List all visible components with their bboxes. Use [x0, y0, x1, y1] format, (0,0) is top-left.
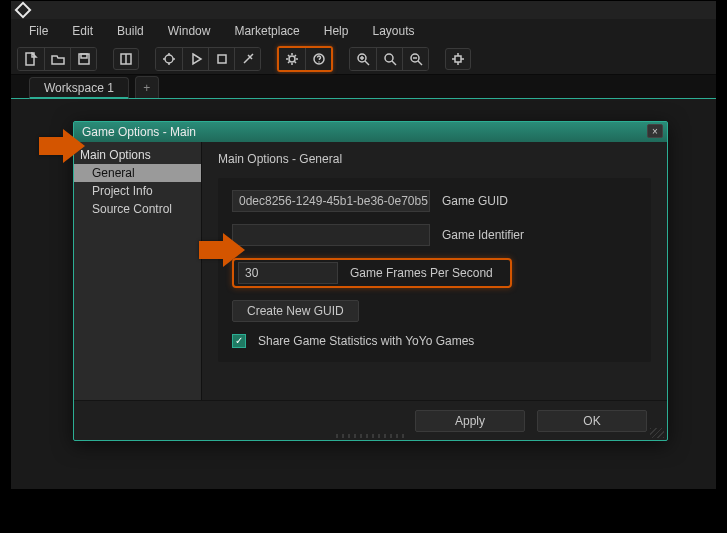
- app-window: File Edit Build Window Marketplace Help …: [10, 0, 717, 490]
- debug-icon[interactable]: [156, 48, 182, 70]
- new-file-icon[interactable]: [18, 48, 44, 70]
- svg-point-5: [165, 55, 173, 63]
- tree-root-main-options[interactable]: Main Options: [74, 146, 201, 164]
- menu-layouts[interactable]: Layouts: [360, 20, 426, 42]
- menu-window[interactable]: Window: [156, 20, 223, 42]
- toolbar: [11, 43, 716, 75]
- menu-edit[interactable]: Edit: [60, 20, 105, 42]
- game-guid-input[interactable]: 0dec8256-1249-45b1-be36-0e70b5: [232, 190, 430, 212]
- game-identifier-label: Game Identifier: [442, 228, 524, 242]
- package-icon[interactable]: [113, 48, 139, 70]
- ok-button[interactable]: OK: [537, 410, 647, 432]
- svg-line-15: [365, 61, 369, 65]
- menu-marketplace[interactable]: Marketplace: [222, 20, 311, 42]
- pane-heading: Main Options - General: [218, 152, 651, 166]
- general-fields: 0dec8256-1249-45b1-be36-0e70b5 Game GUID…: [218, 178, 651, 362]
- tab-workspace-1[interactable]: Workspace 1: [29, 77, 129, 99]
- fps-row-highlight: 30 Game Frames Per Second: [232, 258, 512, 288]
- tree-item-general[interactable]: General: [74, 164, 201, 182]
- game-guid-label: Game GUID: [442, 194, 508, 208]
- svg-point-13: [318, 61, 319, 62]
- dialog-titlebar[interactable]: Game Options - Main ×: [74, 122, 667, 142]
- dialog-close-button[interactable]: ×: [647, 124, 663, 138]
- zoom-out-icon[interactable]: [402, 48, 428, 70]
- tab-new-button[interactable]: +: [135, 76, 159, 98]
- options-pane: Main Options - General 0dec8256-1249-45b…: [202, 142, 667, 400]
- save-icon[interactable]: [70, 48, 96, 70]
- resize-grip-corner-icon[interactable]: [650, 428, 664, 438]
- svg-line-19: [392, 61, 396, 65]
- create-new-guid-button[interactable]: Create New GUID: [232, 300, 359, 322]
- zoom-reset-icon[interactable]: [376, 48, 402, 70]
- svg-rect-23: [455, 56, 461, 62]
- work-area: Game Options - Main × Main Options Gener…: [11, 99, 716, 489]
- share-stats-label: Share Game Statistics with YoYo Games: [258, 334, 474, 348]
- tree-item-source-control[interactable]: Source Control: [74, 200, 201, 218]
- stop-icon[interactable]: [208, 48, 234, 70]
- tree-item-project-info[interactable]: Project Info: [74, 182, 201, 200]
- play-icon[interactable]: [182, 48, 208, 70]
- svg-rect-10: [218, 55, 226, 63]
- game-options-dialog: Game Options - Main × Main Options Gener…: [73, 121, 668, 441]
- svg-point-11: [289, 56, 295, 62]
- game-fps-label: Game Frames Per Second: [350, 266, 493, 280]
- apply-button[interactable]: Apply: [415, 410, 525, 432]
- clean-icon[interactable]: [234, 48, 260, 70]
- dialog-body: Main Options General Project Info Source…: [74, 142, 667, 400]
- svg-rect-2: [81, 54, 87, 58]
- zoom-in-icon[interactable]: [350, 48, 376, 70]
- game-identifier-input[interactable]: [232, 224, 430, 246]
- dialog-footer: Apply OK: [74, 400, 667, 440]
- svg-point-18: [385, 54, 393, 62]
- dialog-title-text: Game Options - Main: [82, 125, 196, 139]
- settings-icon[interactable]: [279, 48, 305, 70]
- options-tree: Main Options General Project Info Source…: [74, 142, 202, 400]
- tabstrip: Workspace 1 +: [11, 75, 716, 99]
- options-group-highlight: [277, 46, 333, 72]
- open-icon[interactable]: [44, 48, 70, 70]
- menu-build[interactable]: Build: [105, 20, 156, 42]
- docking-icon[interactable]: [445, 48, 471, 70]
- resize-grip-bottom-icon[interactable]: [336, 434, 406, 438]
- game-fps-input[interactable]: 30: [238, 262, 338, 284]
- menu-file[interactable]: File: [17, 20, 60, 42]
- app-logo-icon: [15, 2, 32, 19]
- menubar: File Edit Build Window Marketplace Help …: [11, 19, 716, 43]
- menu-help[interactable]: Help: [312, 20, 361, 42]
- titlebar: [11, 1, 716, 19]
- help-icon[interactable]: [305, 48, 331, 70]
- share-stats-checkbox[interactable]: ✓: [232, 334, 246, 348]
- svg-line-21: [418, 61, 422, 65]
